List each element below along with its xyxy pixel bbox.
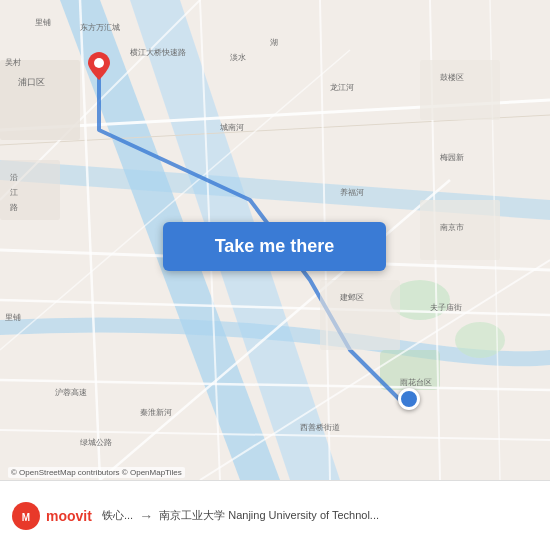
svg-text:浦口区: 浦口区 (18, 77, 45, 87)
svg-text:横江大桥快速路: 横江大桥快速路 (130, 48, 186, 57)
origin-pin (88, 52, 110, 80)
svg-text:里铺: 里铺 (5, 313, 21, 322)
svg-text:沿: 沿 (10, 173, 18, 182)
svg-text:南京市: 南京市 (440, 223, 464, 232)
svg-text:雨花台区: 雨花台区 (400, 378, 432, 387)
map-container: 浦口区 鼓楼区 梅园新 南京市 建邺区 夫子庙街 雨花台区 西善桥街道 东方万汇… (0, 0, 550, 480)
svg-text:梅园新: 梅园新 (439, 153, 464, 162)
svg-point-48 (94, 58, 104, 68)
moovit-logo: M moovit (12, 502, 92, 530)
svg-text:养福河: 养福河 (340, 188, 364, 197)
bottom-bar: M moovit 铁心... → 南京工业大学 Nanjing Universi… (0, 480, 550, 550)
svg-text:吴村: 吴村 (5, 58, 21, 67)
to-label: 南京工业大学 Nanjing University of Technol... (159, 508, 379, 523)
destination-pin (398, 388, 420, 410)
svg-text:湖: 湖 (270, 38, 278, 47)
svg-text:秦淮新河: 秦淮新河 (140, 408, 172, 417)
route-info: 铁心... → 南京工业大学 Nanjing University of Tec… (102, 508, 538, 524)
svg-text:里铺: 里铺 (35, 18, 51, 27)
svg-rect-20 (0, 160, 60, 220)
svg-text:沪蓉高速: 沪蓉高速 (55, 388, 87, 397)
svg-text:淡水: 淡水 (230, 53, 246, 62)
svg-text:江: 江 (10, 188, 18, 197)
svg-text:西善桥街道: 西善桥街道 (300, 423, 340, 432)
map-copyright: © OpenStreetMap contributors © OpenMapTi… (8, 467, 185, 478)
svg-text:夫子庙街: 夫子庙街 (430, 303, 462, 312)
svg-text:M: M (22, 512, 30, 523)
from-label: 铁心... (102, 508, 133, 523)
svg-text:东方万汇城: 东方万汇城 (80, 23, 120, 32)
svg-text:鼓楼区: 鼓楼区 (440, 73, 464, 82)
svg-text:龙江河: 龙江河 (330, 83, 354, 92)
moovit-text: moovit (46, 508, 92, 524)
svg-text:城南河: 城南河 (219, 123, 244, 132)
route-arrow-icon: → (139, 508, 153, 524)
svg-text:绿城公路: 绿城公路 (80, 438, 112, 447)
svg-rect-21 (420, 60, 500, 120)
svg-text:路: 路 (10, 203, 18, 212)
svg-text:建邺区: 建邺区 (339, 293, 364, 302)
svg-rect-19 (0, 60, 80, 140)
moovit-logo-icon: M (12, 502, 40, 530)
take-me-there-button[interactable]: Take me there (163, 222, 386, 271)
svg-rect-23 (320, 280, 400, 350)
